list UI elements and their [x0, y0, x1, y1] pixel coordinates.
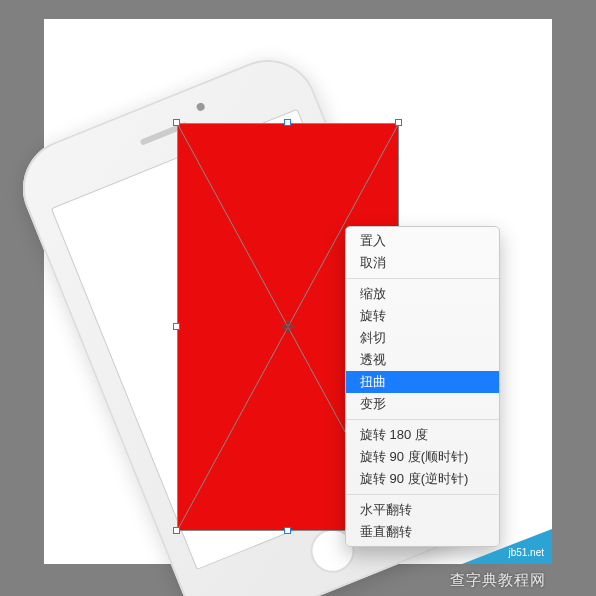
menu-item-place[interactable]: 置入: [346, 230, 499, 252]
menu-separator: [346, 494, 499, 495]
menu-item-scale[interactable]: 缩放: [346, 283, 499, 305]
transform-handle-top-right[interactable]: [395, 119, 402, 126]
menu-item-distort[interactable]: 扭曲: [346, 371, 499, 393]
menu-item-skew[interactable]: 斜切: [346, 327, 499, 349]
transform-handle-middle-left[interactable]: [173, 323, 180, 330]
watermark-url: jb51.net: [508, 547, 544, 558]
menu-item-rotate-90-ccw[interactable]: 旋转 90 度(逆时针): [346, 468, 499, 490]
menu-item-warp[interactable]: 变形: [346, 393, 499, 415]
menu-item-rotate-90-cw[interactable]: 旋转 90 度(顺时针): [346, 446, 499, 468]
menu-item-perspective[interactable]: 透视: [346, 349, 499, 371]
watermark-text: 查字典教程网: [450, 571, 546, 590]
menu-item-flip-horizontal[interactable]: 水平翻转: [346, 499, 499, 521]
transform-handle-bottom-center[interactable]: [284, 527, 291, 534]
menu-item-cancel[interactable]: 取消: [346, 252, 499, 274]
transform-handle-top-center[interactable]: [284, 119, 291, 126]
transform-handle-top-left[interactable]: [173, 119, 180, 126]
menu-separator: [346, 419, 499, 420]
context-menu[interactable]: 置入 取消 缩放 旋转 斜切 透视 扭曲 变形 旋转 180 度 旋转 90 度…: [345, 226, 500, 547]
menu-separator: [346, 278, 499, 279]
transform-handle-bottom-left[interactable]: [173, 527, 180, 534]
menu-item-rotate-180[interactable]: 旋转 180 度: [346, 424, 499, 446]
menu-item-rotate[interactable]: 旋转: [346, 305, 499, 327]
phone-camera: [195, 102, 205, 112]
